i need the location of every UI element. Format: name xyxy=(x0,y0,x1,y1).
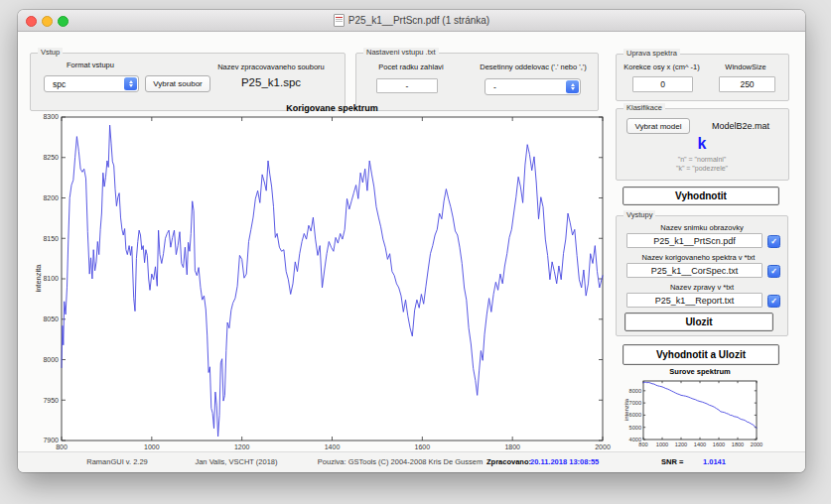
pocet-radku-field[interactable] xyxy=(376,78,438,93)
svg-text:1200: 1200 xyxy=(234,443,250,450)
minimize-button[interactable] xyxy=(42,16,53,27)
desktop: { "window": { "title": "P25_k1__PrtScn.p… xyxy=(0,0,831,504)
svg-text:1600: 1600 xyxy=(713,441,725,447)
windowsize-field[interactable] xyxy=(719,76,775,92)
svg-text:1800: 1800 xyxy=(504,443,520,450)
panel-uprava-title: Uprava spektra xyxy=(623,49,680,58)
svg-text:1800: 1800 xyxy=(732,441,744,447)
svg-text:8000: 8000 xyxy=(43,356,59,363)
legend-line2: "k" = "podezrele" xyxy=(642,165,762,172)
svg-text:1400: 1400 xyxy=(694,441,706,447)
nazev-souboru-value: P25_k1.spc xyxy=(202,76,341,88)
korekce-field[interactable] xyxy=(632,76,693,92)
statusbar: RamanGUI v. 2.29 Jan Valis, VSCHT (2018)… xyxy=(18,451,805,472)
svg-text:1000: 1000 xyxy=(144,443,160,450)
panel-vstup-title: Vstup xyxy=(38,48,63,57)
svg-text:6000: 6000 xyxy=(629,412,641,418)
panel-vstup: Vstup Format vstupu spc Vybrat soubor Na… xyxy=(30,53,346,111)
surove-spektrum-plot: 8001000120014001600180020004000500060007… xyxy=(616,366,790,453)
app-window: P25_k1__PrtScn.pdf (1 stránka) Vstup For… xyxy=(18,10,805,472)
snr-label: SNR = xyxy=(661,457,683,466)
vyhodnotit-button[interactable]: Vyhodnotit xyxy=(623,187,779,205)
panel-vystupy-title: Vystupy xyxy=(623,210,655,219)
korig-spektrum-checkbox[interactable]: ✓ xyxy=(767,265,780,278)
svg-text:8200: 8200 xyxy=(43,194,59,201)
snimek-checkbox[interactable]: ✓ xyxy=(767,235,780,248)
svg-text:7000: 7000 xyxy=(629,400,641,406)
window-title-text: P25_k1__PrtScn.pdf (1 stránka) xyxy=(348,15,489,26)
panel-klasifikace-title: Klasifikace xyxy=(623,103,665,112)
window-title: P25_k1__PrtScn.pdf (1 stránka) xyxy=(18,10,805,31)
legend-line1: "n" = "normalni" xyxy=(642,156,762,163)
svg-text:8050: 8050 xyxy=(43,315,59,322)
snr-value: 1.0141 xyxy=(703,457,726,466)
svg-text:7900: 7900 xyxy=(43,437,59,443)
credits-text: Pouziva: GSTools (C) 2004-2008 Kris De G… xyxy=(311,457,489,466)
document-icon xyxy=(334,14,345,27)
windowsize-label: WindowSize xyxy=(711,63,780,71)
svg-text:8250: 8250 xyxy=(43,154,59,161)
korig-spektrum-label: Nazev korigovaneho spektra v *txt xyxy=(626,253,770,262)
svg-text:2000: 2000 xyxy=(751,441,762,447)
zprava-checkbox[interactable]: ✓ xyxy=(767,295,780,308)
stepper-icon xyxy=(124,77,137,90)
zprava-label: Nazev zpravy v *txt xyxy=(632,283,771,292)
panel-klasifikace: Klasifikace Vybrat model ModelB2e.mat k … xyxy=(616,108,789,181)
svg-text:8100: 8100 xyxy=(43,275,59,282)
version-text: RamanGUI v. 2.29 xyxy=(58,457,177,466)
oddelovac-dropdown[interactable]: - xyxy=(485,78,581,95)
korigovane-spektrum-plot: 8001000120014001600180020007900795080008… xyxy=(30,105,623,452)
format-vstupu-value: spc xyxy=(53,76,66,91)
format-vstupu-label: Format vstupu xyxy=(44,61,137,69)
svg-text:1000: 1000 xyxy=(656,441,668,447)
snimek-label: Nazev snimku obrazovky xyxy=(632,223,771,232)
svg-text:8000: 8000 xyxy=(629,388,641,394)
oddelovac-label: Desetinny oddelovac ('.' nebo ',') xyxy=(478,63,589,71)
panel-nastaveni: Nastaveni vstupu .txt Pocet radku zahlav… xyxy=(355,53,599,111)
svg-text:1400: 1400 xyxy=(325,443,341,450)
vybrat-model-button[interactable]: Vybrat model xyxy=(626,118,690,134)
zoom-button[interactable] xyxy=(58,16,69,27)
korigovane-spektrum-chart: 8001000120014001600180020007900795080008… xyxy=(30,105,623,470)
panel-nastaveni-title: Nastaveni vstupu .txt xyxy=(363,48,439,57)
processed-value: 20.11.2018 13:08:55 xyxy=(530,457,599,466)
format-vstupu-dropdown[interactable]: spc xyxy=(44,75,139,92)
svg-text:7950: 7950 xyxy=(43,397,59,404)
svg-text:8300: 8300 xyxy=(43,113,59,120)
pocet-radku-label: Pocet radku zahlavi xyxy=(356,63,466,71)
check-icon: ✓ xyxy=(770,237,777,246)
snimek-field[interactable] xyxy=(626,233,762,248)
window-content: Vstup Format vstupu spc Vybrat soubor Na… xyxy=(18,31,805,472)
panel-vystupy: Vystupy Nazev snimku obrazovky ✓ Nazev k… xyxy=(616,215,788,336)
author-text: Jan Valis, VSCHT (2018) xyxy=(177,457,296,466)
svg-text:2000: 2000 xyxy=(595,443,611,450)
vyhodnotit-a-ulozit-button[interactable]: Vyhodnotit a Ulozit xyxy=(623,344,779,365)
svg-text:1600: 1600 xyxy=(415,443,431,450)
svg-text:4000: 4000 xyxy=(629,437,641,442)
svg-text:1200: 1200 xyxy=(675,441,687,447)
panel-uprava: Uprava spektra Korekce osy x (cm^ -1) Wi… xyxy=(616,54,789,101)
svg-text:5000: 5000 xyxy=(629,425,641,431)
check-icon: ✓ xyxy=(770,267,777,276)
korekce-label: Korekce osy x (cm^ -1) xyxy=(617,63,707,71)
nazev-souboru-label: Nazev zpracovavaneho souboru xyxy=(202,63,341,71)
stepper-icon xyxy=(566,80,579,93)
svg-text:800: 800 xyxy=(56,443,68,450)
result-class: k xyxy=(672,135,732,153)
close-button[interactable] xyxy=(26,16,37,27)
check-icon: ✓ xyxy=(770,297,777,306)
zprava-field[interactable] xyxy=(626,293,762,308)
oddelovac-value: - xyxy=(493,79,496,94)
svg-text:8150: 8150 xyxy=(43,235,59,242)
model-value: ModelB2e.mat xyxy=(706,121,775,131)
titlebar: P25_k1__PrtScn.pdf (1 stránka) xyxy=(18,10,805,32)
ulozit-button[interactable]: Ulozit xyxy=(624,313,773,331)
processed-label: Zpracovano: xyxy=(486,457,531,466)
korig-spektrum-field[interactable] xyxy=(626,263,762,278)
